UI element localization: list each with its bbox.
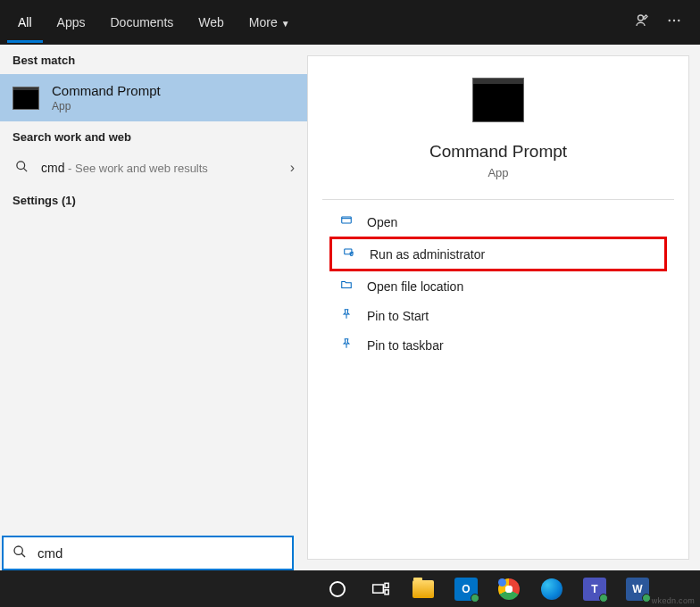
svg-point-10 (14, 546, 22, 554)
work-web-label: Search work and web (0, 121, 307, 151)
folder-icon (338, 279, 354, 294)
edge-button[interactable] (534, 571, 570, 607)
tab-apps[interactable]: Apps (46, 3, 96, 43)
word-icon: W (626, 578, 649, 601)
preview-title: Command Prompt (322, 142, 674, 162)
header-actions (634, 12, 693, 32)
teams-button[interactable]: T (577, 571, 612, 607)
command-prompt-icon (12, 87, 39, 110)
settings-label[interactable]: Settings (1) (0, 185, 307, 214)
action-label: Open file location (367, 279, 463, 294)
chrome-icon (498, 578, 520, 600)
more-options-icon[interactable] (666, 12, 682, 32)
chrome-button[interactable] (491, 571, 527, 607)
svg-rect-6 (342, 217, 352, 223)
action-label: Pin to Start (367, 309, 429, 323)
task-view-button[interactable] (362, 571, 398, 607)
svg-rect-14 (385, 589, 388, 594)
search-input[interactable] (38, 545, 283, 561)
results-panel: Best match Command Prompt App Search wor… (0, 45, 307, 570)
chevron-down-icon: ▼ (281, 19, 290, 29)
tab-more[interactable]: More▼ (238, 3, 301, 43)
preview-subtitle: App (322, 166, 674, 179)
svg-rect-12 (373, 585, 384, 593)
teams-icon: T (583, 578, 606, 601)
edge-icon (541, 578, 562, 600)
action-open[interactable]: Open (329, 207, 667, 237)
svg-line-5 (23, 168, 27, 171)
search-icon (12, 160, 30, 176)
action-run-as-administrator[interactable]: Run as administrator (329, 237, 667, 271)
search-header: All Apps Documents Web More▼ (0, 0, 700, 45)
action-pin-to-start[interactable]: Pin to Start (329, 301, 667, 330)
web-search-result[interactable]: cmd - See work and web results › (0, 151, 307, 185)
cortana-button[interactable] (320, 571, 355, 607)
svg-point-1 (669, 20, 671, 21)
outlook-icon: O (454, 578, 478, 601)
best-match-label: Best match (0, 45, 307, 74)
svg-point-4 (16, 162, 24, 170)
watermark: wkedn.com (652, 596, 695, 605)
preview-panel: Command Prompt App Open Run as administr… (307, 55, 689, 560)
task-view-icon (371, 582, 389, 596)
feedback-icon[interactable] (634, 12, 650, 32)
svg-rect-13 (385, 583, 388, 587)
folder-icon (412, 580, 434, 598)
search-icon (12, 545, 27, 562)
action-pin-to-taskbar[interactable]: Pin to taskbar (329, 330, 667, 360)
outlook-button[interactable]: O (448, 571, 484, 607)
tab-documents[interactable]: Documents (99, 3, 184, 43)
action-label: Run as administrator (370, 247, 485, 262)
tab-all[interactable]: All (7, 3, 43, 43)
search-box[interactable] (2, 536, 294, 570)
svg-line-11 (21, 553, 25, 557)
open-icon (338, 214, 354, 229)
admin-shield-icon (341, 246, 357, 262)
pin-icon (338, 308, 354, 323)
filter-tabs: All Apps Documents Web More▼ (7, 3, 634, 43)
action-open-file-location[interactable]: Open file location (329, 271, 667, 301)
command-prompt-icon (472, 78, 524, 122)
result-subtitle: App (52, 100, 161, 112)
taskbar: O T W (0, 570, 700, 607)
tab-web[interactable]: Web (188, 3, 235, 43)
cortana-icon (329, 581, 346, 597)
chevron-right-icon: › (290, 160, 295, 176)
svg-point-3 (678, 20, 679, 21)
pin-icon (338, 337, 354, 353)
best-match-result[interactable]: Command Prompt App (0, 74, 307, 121)
file-explorer-button[interactable] (405, 571, 441, 607)
divider (322, 199, 674, 200)
svg-point-2 (673, 20, 675, 21)
web-result-text: cmd - See work and web results (41, 161, 279, 175)
word-button[interactable]: W (620, 571, 655, 607)
action-label: Pin to taskbar (367, 338, 444, 353)
result-title: Command Prompt (52, 83, 161, 98)
action-label: Open (367, 215, 397, 229)
